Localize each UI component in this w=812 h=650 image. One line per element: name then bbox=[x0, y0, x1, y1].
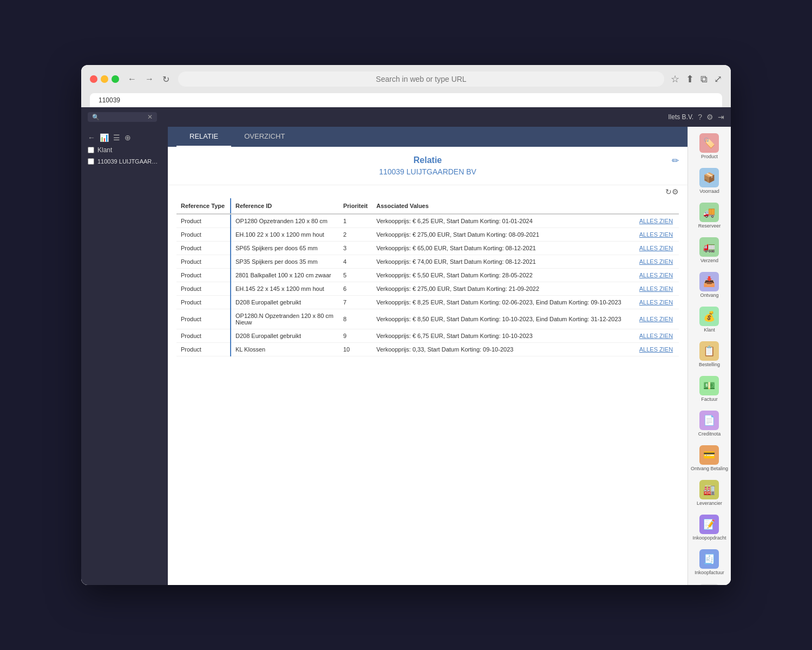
cell-ref-type: Product bbox=[176, 343, 231, 356]
cell-values: Verkoopprijs: € 65,00 EUR, Start Datum K… bbox=[372, 242, 635, 255]
alles-zien-link[interactable]: ALLES ZIEN bbox=[639, 346, 673, 353]
table-refresh-button[interactable]: ↻ bbox=[665, 187, 672, 196]
back-button[interactable]: ← bbox=[126, 72, 139, 86]
cell-ref-type: Product bbox=[176, 228, 231, 242]
right-sidebar-item-product[interactable]: 🏷️ Product bbox=[689, 129, 730, 164]
right-sidebar-label: Inkoopopdracht bbox=[692, 535, 726, 541]
alles-zien-link[interactable]: ALLES ZIEN bbox=[639, 316, 673, 322]
cell-values: Verkoopprijs: € 5,50 EUR, Start Datum Ko… bbox=[372, 269, 635, 282]
right-sidebar-label: Klant bbox=[704, 327, 715, 333]
relatie-header: Relatie 110039 LUIJTGAARDEN BV ✏ bbox=[168, 147, 687, 185]
cell-ref-type: Product bbox=[176, 309, 231, 329]
right-sidebar-item-creditnota[interactable]: 📄 Creditnota bbox=[689, 406, 730, 441]
table-settings-button[interactable]: ⚙ bbox=[672, 187, 679, 196]
alles-zien-link[interactable]: ALLES ZIEN bbox=[639, 333, 673, 339]
right-sidebar-label: Verzend bbox=[700, 258, 718, 263]
right-sidebar-icon: 📦 bbox=[699, 168, 719, 187]
search-box[interactable]: 🔍 110039 ✕ bbox=[88, 112, 157, 122]
right-sidebar-label: Reserveer bbox=[698, 223, 721, 229]
alles-zien-link[interactable]: ALLES ZIEN bbox=[639, 299, 673, 306]
cell-ref-id: D208 Europallet gebruikt bbox=[231, 329, 339, 343]
left-sidebar: ← 📊 ☰ ⊕ Klant 110039 LUIJTGAARDEN BV bbox=[81, 127, 168, 585]
cell-values: Verkoopprijs: € 275,00 EUR, Start Datum … bbox=[372, 228, 635, 242]
right-sidebar-item-reserveer[interactable]: 🚚 Reserveer bbox=[689, 198, 730, 233]
sidebar-back-button[interactable]: ← bbox=[88, 133, 95, 142]
right-sidebar-label: Factuur bbox=[701, 396, 718, 402]
sidebar-item-customer[interactable]: 110039 LUIJTGAARDEN BV bbox=[81, 156, 168, 167]
cell-priority: 1 bbox=[339, 214, 372, 228]
cell-ref-type: Product bbox=[176, 296, 231, 309]
right-sidebar-icon: 📋 bbox=[699, 341, 719, 361]
sidebar-add-button[interactable]: ⊕ bbox=[125, 133, 131, 142]
right-sidebar-label: Leverancier bbox=[697, 500, 722, 506]
right-sidebar: 🏷️ Product 📦 Voorraad 🚚 Reserveer 🚛 Verz… bbox=[687, 127, 731, 585]
cell-ref-id: D208 Europallet gebruikt bbox=[231, 296, 339, 309]
traffic-light-green[interactable] bbox=[112, 75, 119, 83]
alles-zien-link[interactable]: ALLES ZIEN bbox=[639, 258, 673, 265]
sidebar-item-checkbox[interactable] bbox=[88, 158, 94, 165]
forward-button[interactable]: → bbox=[143, 72, 156, 86]
fullscreen-button[interactable]: ⤢ bbox=[714, 73, 722, 85]
cell-ref-type: Product bbox=[176, 269, 231, 282]
right-sidebar-label: Ontvang Betaling bbox=[691, 466, 728, 471]
right-sidebar-icon: 💰 bbox=[699, 307, 719, 326]
right-sidebar-icon: 💳 bbox=[699, 445, 719, 465]
traffic-light-red[interactable] bbox=[90, 75, 97, 83]
col-header-ref-id: Reference ID bbox=[231, 198, 339, 214]
alles-zien-link[interactable]: ALLES ZIEN bbox=[639, 218, 673, 224]
traffic-light-yellow[interactable] bbox=[101, 75, 108, 83]
right-sidebar-item-bestelling[interactable]: 📋 Bestelling bbox=[689, 337, 730, 372]
cell-values: Verkoopprijs: € 8,25 EUR, Start Datum Ko… bbox=[372, 296, 635, 309]
right-sidebar-item-verzend[interactable]: 🚛 Verzend bbox=[689, 233, 730, 268]
tab-overzicht[interactable]: OVERZICHT bbox=[231, 127, 298, 147]
duplicate-button[interactable]: ⧉ bbox=[700, 74, 708, 85]
right-sidebar-label: Inkoopfactuur bbox=[695, 570, 724, 575]
alles-zien-link[interactable]: ALLES ZIEN bbox=[639, 285, 673, 292]
logout-icon[interactable]: ⇥ bbox=[718, 113, 724, 121]
sidebar-header: Klant bbox=[81, 144, 168, 156]
right-sidebar-icon: 📝 bbox=[699, 515, 719, 534]
right-sidebar-item-factuur[interactable]: 💵 Factuur bbox=[689, 372, 730, 406]
sidebar-select-all[interactable] bbox=[88, 147, 94, 153]
content-body: Relatie 110039 LUIJTGAARDEN BV ✏ ↻ ⚙ bbox=[168, 147, 687, 585]
right-sidebar-label: Creditnota bbox=[698, 431, 721, 437]
sidebar-chart-button[interactable]: 📊 bbox=[100, 133, 109, 142]
bookmark-button[interactable]: ☆ bbox=[671, 73, 679, 85]
right-sidebar-item-ontvang-betaling[interactable]: 💳 Ontvang Betaling bbox=[689, 441, 730, 476]
cell-ref-type: Product bbox=[176, 255, 231, 269]
right-sidebar-item-voorraad[interactable]: 📦 Voorraad bbox=[689, 164, 730, 198]
sidebar-list-button[interactable]: ☰ bbox=[113, 133, 120, 142]
cell-ref-id: 2801 Balkpallet 100 x 120 cm zwaar bbox=[231, 269, 339, 282]
right-sidebar-item-inkoopopdracht[interactable]: 📝 Inkoopopdracht bbox=[689, 510, 730, 545]
cell-values: Verkoopprijs: € 6,75 EUR, Start Datum Ko… bbox=[372, 329, 635, 343]
alles-zien-link[interactable]: ALLES ZIEN bbox=[639, 245, 673, 251]
help-icon[interactable]: ? bbox=[698, 113, 702, 121]
cell-ref-id: OP1280.N Opzetranden 120 x 80 cm Nieuw bbox=[231, 309, 339, 329]
relatie-edit-button[interactable]: ✏ bbox=[672, 155, 679, 166]
search-input[interactable]: 110039 bbox=[102, 113, 145, 121]
cell-values: Verkoopprijs: € 6,25 EUR, Start Datum Ko… bbox=[372, 214, 635, 228]
right-sidebar-item-ontvang[interactable]: 📥 Ontvang bbox=[689, 268, 730, 302]
right-sidebar-label: Bestelling bbox=[699, 362, 720, 367]
table-row: Product 2801 Balkpallet 100 x 120 cm zwa… bbox=[176, 269, 679, 282]
settings-icon[interactable]: ⚙ bbox=[706, 113, 713, 121]
right-sidebar-item-inkoopfactuur[interactable]: 🧾 Inkoopfactuur bbox=[689, 545, 730, 580]
search-clear-button[interactable]: ✕ bbox=[147, 113, 153, 121]
right-sidebar-icon: 📥 bbox=[699, 272, 719, 291]
address-bar[interactable] bbox=[178, 72, 664, 87]
reload-button[interactable]: ↻ bbox=[160, 72, 172, 87]
alles-zien-link[interactable]: ALLES ZIEN bbox=[639, 272, 673, 278]
cell-priority: 2 bbox=[339, 228, 372, 242]
cell-values: Verkoopprijs: € 74,00 EUR, Start Datum K… bbox=[372, 255, 635, 269]
right-sidebar-item-home[interactable]: 🏠 Home bbox=[689, 580, 730, 585]
cell-ref-id: SP35 Spijkers per doos 35 mm bbox=[231, 255, 339, 269]
content-area: RELATIE OVERZICHT Relatie 110039 LUIJTGA… bbox=[168, 127, 687, 585]
right-sidebar-item-klant[interactable]: 💰 Klant bbox=[689, 302, 730, 337]
alles-zien-link[interactable]: ALLES ZIEN bbox=[639, 231, 673, 238]
sidebar-nav: ← 📊 ☰ ⊕ bbox=[81, 131, 168, 144]
browser-tab[interactable]: 110039 bbox=[90, 93, 722, 107]
right-sidebar-item-leverancier[interactable]: 🏭 Leverancier bbox=[689, 476, 730, 510]
tab-relatie[interactable]: RELATIE bbox=[176, 127, 231, 147]
share-button[interactable]: ⬆ bbox=[686, 73, 694, 85]
cell-priority: 10 bbox=[339, 343, 372, 356]
